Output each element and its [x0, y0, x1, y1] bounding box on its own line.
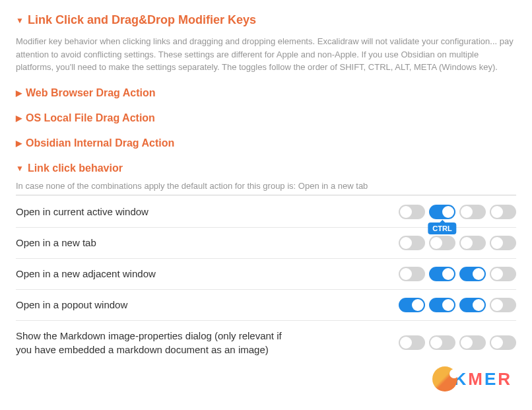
section-title: Link click behavior: [28, 162, 123, 174]
toggle-switch[interactable]: [459, 298, 486, 312]
toggle-switch[interactable]: [490, 298, 516, 312]
setting-label: Open in a new adjacent window: [16, 267, 156, 281]
chevron-right-icon: ▶: [16, 89, 22, 97]
section-header-obsidian[interactable]: ▶Obsidian Internal Drag Action: [16, 137, 516, 149]
section-header-web[interactable]: ▶Web Browser Drag Action: [16, 87, 516, 99]
chevron-down-icon: ▼: [16, 164, 24, 172]
toggle-group: [399, 236, 516, 250]
toggle-switch[interactable]: [429, 205, 455, 219]
toggle-switch[interactable]: [399, 298, 425, 312]
setting-label: Open in current active window: [16, 205, 149, 219]
toggle-switch[interactable]: [399, 335, 425, 350]
watermark-icon: [432, 366, 457, 378]
toggle-switch[interactable]: [490, 205, 516, 219]
toggle-group: [399, 267, 516, 281]
section-hint: In case none of the combinations apply t…: [16, 181, 516, 195]
toggle-switch[interactable]: [399, 236, 425, 250]
setting-label: Open in a popout window: [16, 298, 127, 312]
toggle-switch[interactable]: [459, 335, 486, 350]
main-description: Modifier key behavior when clicking link…: [16, 35, 516, 74]
tooltip: CTRL: [428, 222, 456, 234]
toggle-switch[interactable]: [399, 267, 425, 281]
setting-row: Show the Markdown image-properties dialo…: [16, 321, 516, 364]
toggle-switch[interactable]: [399, 205, 425, 219]
toggle-switch[interactable]: [490, 335, 516, 350]
setting-label: Open in a new tab: [16, 236, 96, 250]
chevron-right-icon: ▶: [16, 114, 22, 122]
section-header-link[interactable]: ▼Link click behavior: [16, 162, 516, 174]
toggle-switch[interactable]: [429, 298, 455, 312]
toggle-switch[interactable]: [429, 236, 455, 250]
chevron-right-icon: ▶: [16, 139, 22, 147]
toggle-group: CTRL: [399, 205, 516, 219]
section-title: Web Browser Drag Action: [26, 87, 155, 99]
main-section-title: Link Click and Drag&Drop Modifier Keys: [28, 13, 256, 27]
setting-row: Open in a popout window: [16, 290, 516, 321]
section-title: OS Local File Drag Action: [26, 112, 155, 124]
toggle-group: [399, 335, 516, 350]
chevron-down-icon: ▼: [16, 17, 24, 24]
toggle-switch[interactable]: [459, 236, 486, 250]
toggle-switch[interactable]: [429, 267, 455, 281]
setting-row: Open in current active windowCTRL: [16, 197, 516, 228]
main-section-header[interactable]: ▼ Link Click and Drag&Drop Modifier Keys: [16, 13, 516, 27]
toggle-switch[interactable]: [490, 236, 516, 250]
watermark: KMER: [432, 366, 512, 378]
toggle-group: [399, 298, 516, 312]
toggle-switch[interactable]: [429, 335, 455, 350]
toggle-switch[interactable]: [459, 205, 486, 219]
watermark-text: KMER: [453, 369, 512, 378]
section-title: Obsidian Internal Drag Action: [26, 137, 174, 149]
section-header-os[interactable]: ▶OS Local File Drag Action: [16, 112, 516, 124]
setting-row: Open in a new adjacent window: [16, 259, 516, 290]
setting-label: Show the Markdown image-properties dialo…: [16, 329, 300, 357]
toggle-switch[interactable]: [490, 267, 516, 281]
toggle-switch[interactable]: [459, 267, 486, 281]
